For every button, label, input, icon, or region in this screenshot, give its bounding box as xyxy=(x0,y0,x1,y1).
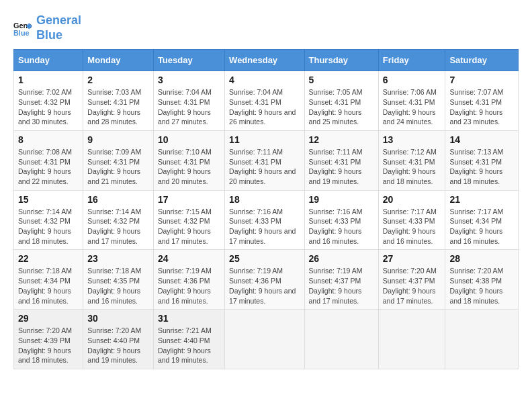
table-cell: 26 Sunrise: 7:19 AM Sunset: 4:37 PM Dayl… xyxy=(304,250,378,310)
table-cell xyxy=(304,310,378,369)
day-info: Sunrise: 7:20 AM Sunset: 4:37 PM Dayligh… xyxy=(383,266,441,306)
day-number: 17 xyxy=(158,194,220,205)
day-number: 4 xyxy=(229,75,300,85)
table-cell: 20 Sunrise: 7:17 AM Sunset: 4:33 PM Dayl… xyxy=(378,190,445,250)
day-number: 30 xyxy=(87,313,149,324)
table-cell: 22 Sunrise: 7:18 AM Sunset: 4:34 PM Dayl… xyxy=(14,250,83,310)
day-info: Sunrise: 7:04 AM Sunset: 4:31 PM Dayligh… xyxy=(158,87,220,127)
table-cell: 11 Sunrise: 7:11 AM Sunset: 4:31 PM Dayl… xyxy=(225,130,304,190)
logo-text: GeneralBlue xyxy=(36,13,81,42)
day-info: Sunrise: 7:07 AM Sunset: 4:31 PM Dayligh… xyxy=(449,87,514,127)
day-number: 3 xyxy=(158,75,220,85)
table-cell: 18 Sunrise: 7:16 AM Sunset: 4:33 PM Dayl… xyxy=(225,190,304,250)
day-info: Sunrise: 7:11 AM Sunset: 4:31 PM Dayligh… xyxy=(229,147,300,187)
table-cell: 21 Sunrise: 7:17 AM Sunset: 4:34 PM Dayl… xyxy=(445,190,519,250)
table-cell xyxy=(225,310,304,369)
week-row-3: 15 Sunrise: 7:14 AM Sunset: 4:32 PM Dayl… xyxy=(14,190,519,250)
day-number: 12 xyxy=(309,134,374,145)
header-wednesday: Wednesday xyxy=(225,50,304,71)
calendar-table: Sunday Monday Tuesday Wednesday Thursday… xyxy=(13,49,519,369)
day-number: 10 xyxy=(158,134,220,145)
day-info: Sunrise: 7:19 AM Sunset: 4:36 PM Dayligh… xyxy=(158,266,220,306)
day-number: 31 xyxy=(158,313,220,324)
header-monday: Monday xyxy=(83,50,154,71)
day-info: Sunrise: 7:17 AM Sunset: 4:33 PM Dayligh… xyxy=(383,207,441,246)
day-info: Sunrise: 7:18 AM Sunset: 4:35 PM Dayligh… xyxy=(87,266,149,306)
day-info: Sunrise: 7:06 AM Sunset: 4:31 PM Dayligh… xyxy=(383,87,441,127)
svg-text:Blue: Blue xyxy=(13,28,30,36)
week-row-5: 29 Sunrise: 7:20 AM Sunset: 4:39 PM Dayl… xyxy=(14,310,519,369)
table-cell: 6 Sunrise: 7:06 AM Sunset: 4:31 PM Dayli… xyxy=(378,71,445,131)
day-info: Sunrise: 7:14 AM Sunset: 4:32 PM Dayligh… xyxy=(18,207,79,246)
day-info: Sunrise: 7:13 AM Sunset: 4:31 PM Dayligh… xyxy=(449,147,514,187)
day-number: 15 xyxy=(18,194,79,205)
header-tuesday: Tuesday xyxy=(153,50,224,71)
table-cell xyxy=(378,310,445,369)
day-number: 9 xyxy=(87,134,149,145)
table-cell: 7 Sunrise: 7:07 AM Sunset: 4:31 PM Dayli… xyxy=(445,71,519,131)
day-number: 24 xyxy=(158,253,220,264)
day-number: 5 xyxy=(309,75,374,85)
day-info: Sunrise: 7:21 AM Sunset: 4:40 PM Dayligh… xyxy=(158,326,220,365)
week-row-4: 22 Sunrise: 7:18 AM Sunset: 4:34 PM Dayl… xyxy=(14,250,519,310)
table-cell: 23 Sunrise: 7:18 AM Sunset: 4:35 PM Dayl… xyxy=(83,250,154,310)
day-number: 25 xyxy=(229,253,300,264)
day-info: Sunrise: 7:20 AM Sunset: 4:38 PM Dayligh… xyxy=(449,266,514,306)
table-cell xyxy=(445,310,519,369)
table-cell: 14 Sunrise: 7:13 AM Sunset: 4:31 PM Dayl… xyxy=(445,130,519,190)
day-number: 14 xyxy=(449,134,514,145)
table-cell: 15 Sunrise: 7:14 AM Sunset: 4:32 PM Dayl… xyxy=(14,190,83,250)
day-number: 2 xyxy=(87,75,149,85)
day-number: 11 xyxy=(229,134,300,145)
table-cell: 10 Sunrise: 7:10 AM Sunset: 4:31 PM Dayl… xyxy=(153,130,224,190)
day-info: Sunrise: 7:05 AM Sunset: 4:31 PM Dayligh… xyxy=(309,87,374,127)
day-number: 18 xyxy=(229,194,300,205)
day-number: 27 xyxy=(383,253,441,264)
table-cell: 4 Sunrise: 7:04 AM Sunset: 4:31 PM Dayli… xyxy=(225,71,304,131)
day-number: 20 xyxy=(383,194,441,205)
header-thursday: Thursday xyxy=(304,50,378,71)
day-number: 19 xyxy=(309,194,374,205)
table-cell: 8 Sunrise: 7:08 AM Sunset: 4:31 PM Dayli… xyxy=(14,130,83,190)
header-saturday: Saturday xyxy=(445,50,519,71)
day-info: Sunrise: 7:20 AM Sunset: 4:39 PM Dayligh… xyxy=(18,326,79,365)
day-info: Sunrise: 7:02 AM Sunset: 4:32 PM Dayligh… xyxy=(18,87,79,127)
day-info: Sunrise: 7:17 AM Sunset: 4:34 PM Dayligh… xyxy=(449,207,514,246)
page-header: General Blue GeneralBlue xyxy=(13,13,519,42)
day-number: 26 xyxy=(309,253,374,264)
day-info: Sunrise: 7:19 AM Sunset: 4:36 PM Dayligh… xyxy=(229,266,300,306)
day-info: Sunrise: 7:16 AM Sunset: 4:33 PM Dayligh… xyxy=(229,207,300,246)
day-info: Sunrise: 7:12 AM Sunset: 4:31 PM Dayligh… xyxy=(383,147,441,187)
table-cell: 27 Sunrise: 7:20 AM Sunset: 4:37 PM Dayl… xyxy=(378,250,445,310)
table-cell: 29 Sunrise: 7:20 AM Sunset: 4:39 PM Dayl… xyxy=(14,310,83,369)
table-cell: 16 Sunrise: 7:14 AM Sunset: 4:32 PM Dayl… xyxy=(83,190,154,250)
table-cell: 19 Sunrise: 7:16 AM Sunset: 4:33 PM Dayl… xyxy=(304,190,378,250)
day-info: Sunrise: 7:04 AM Sunset: 4:31 PM Dayligh… xyxy=(229,87,300,127)
logo-icon: General Blue xyxy=(13,19,32,38)
table-cell: 17 Sunrise: 7:15 AM Sunset: 4:32 PM Dayl… xyxy=(153,190,224,250)
week-row-2: 8 Sunrise: 7:08 AM Sunset: 4:31 PM Dayli… xyxy=(14,130,519,190)
day-number: 28 xyxy=(449,253,514,264)
table-cell: 30 Sunrise: 7:20 AM Sunset: 4:40 PM Dayl… xyxy=(83,310,154,369)
day-info: Sunrise: 7:14 AM Sunset: 4:32 PM Dayligh… xyxy=(87,207,149,246)
day-number: 23 xyxy=(87,253,149,264)
day-info: Sunrise: 7:10 AM Sunset: 4:31 PM Dayligh… xyxy=(158,147,220,187)
day-info: Sunrise: 7:19 AM Sunset: 4:37 PM Dayligh… xyxy=(309,266,374,306)
table-cell: 24 Sunrise: 7:19 AM Sunset: 4:36 PM Dayl… xyxy=(153,250,224,310)
table-cell: 13 Sunrise: 7:12 AM Sunset: 4:31 PM Dayl… xyxy=(378,130,445,190)
day-number: 1 xyxy=(18,75,79,85)
day-number: 22 xyxy=(18,253,79,264)
table-cell: 3 Sunrise: 7:04 AM Sunset: 4:31 PM Dayli… xyxy=(153,71,224,131)
logo: General Blue GeneralBlue xyxy=(13,13,81,42)
day-info: Sunrise: 7:11 AM Sunset: 4:31 PM Dayligh… xyxy=(309,147,374,187)
table-cell: 31 Sunrise: 7:21 AM Sunset: 4:40 PM Dayl… xyxy=(153,310,224,369)
day-number: 8 xyxy=(18,134,79,145)
day-info: Sunrise: 7:18 AM Sunset: 4:34 PM Dayligh… xyxy=(18,266,79,306)
table-cell: 5 Sunrise: 7:05 AM Sunset: 4:31 PM Dayli… xyxy=(304,71,378,131)
day-number: 21 xyxy=(449,194,514,205)
day-number: 13 xyxy=(383,134,441,145)
day-info: Sunrise: 7:20 AM Sunset: 4:40 PM Dayligh… xyxy=(87,326,149,365)
week-row-1: 1 Sunrise: 7:02 AM Sunset: 4:32 PM Dayli… xyxy=(14,71,519,131)
table-cell: 25 Sunrise: 7:19 AM Sunset: 4:36 PM Dayl… xyxy=(225,250,304,310)
table-cell: 2 Sunrise: 7:03 AM Sunset: 4:31 PM Dayli… xyxy=(83,71,154,131)
